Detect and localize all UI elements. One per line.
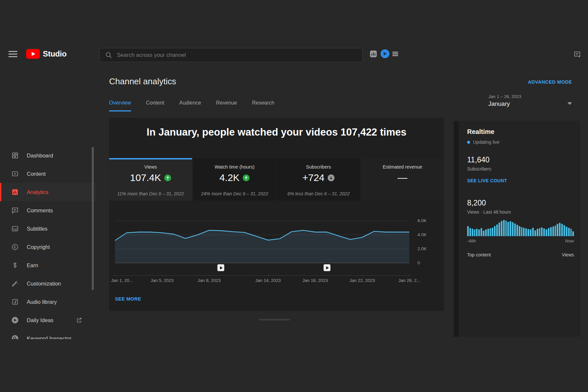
realtime-bar [478,229,480,236]
tab-overview[interactable]: Overview [109,100,131,111]
realtime-panel: Realtime Updating live 11,640 Subscriber… [459,121,580,337]
video-marker-icon[interactable] [323,264,330,271]
sidebar-item-comments[interactable]: Comments [0,201,95,220]
realtime-bar [519,226,520,236]
sidebar-item-copyright[interactable]: Copyright [0,238,95,256]
realtime-axis-row: -48h Now [467,238,574,243]
content-icon [11,170,19,178]
sidebar-item-analytics[interactable]: Analytics [0,183,95,201]
metric-note: 11% more than Dec 6 – 31, 2022 [109,191,192,196]
metric-value-row: — [361,172,444,183]
metric-label: Subscribers [277,164,360,170]
trend-down-icon [328,174,335,181]
realtime-bar [514,223,516,236]
tab-content[interactable]: Content [146,100,164,111]
search-input[interactable] [117,52,357,58]
sidebar-item-label: Keyword Inspector [27,335,72,339]
video-marker-icon[interactable] [218,264,224,271]
realtime-bar [552,226,554,236]
feedback-icon[interactable] [573,50,581,59]
x-tick [162,274,162,276]
sidebar-item-label: Comments [27,207,53,214]
sidebar-item-content[interactable]: Content [0,165,95,183]
vidiq-icon[interactable] [380,49,390,58]
keyword-inspector-icon [11,335,19,339]
date-range: Jan 1 – 26, 2023 [488,94,521,99]
realtime-panel-shadow [454,121,459,337]
youtube-studio-logo[interactable]: Studio [26,49,67,59]
sidebar-item-dashboard[interactable]: Dashboard [0,146,95,165]
metric-card-watch-time-hours-[interactable]: Watch time (hours)4.2K24% more than Dec … [193,158,276,201]
realtime-bar [494,226,496,236]
metric-card-subscribers[interactable]: Subscribers+7246% less than Dec 6 – 31, … [277,158,360,201]
sidebar-item-customization[interactable]: Customization [0,274,95,293]
realtime-bar [510,221,511,236]
realtime-bar [559,223,561,236]
metric-value-row: +724 [277,172,360,183]
subtitles-icon [11,225,19,233]
realtime-bar [487,229,489,236]
x-tick-label: Jan 1, 20... [111,278,133,283]
sidebar-item-label: Subtitles [27,226,47,232]
metric-value: 4.2K [220,172,240,183]
realtime-subscribers-value: 11,640 [467,155,490,164]
x-tick-label: Jan 9, 2023 [198,278,221,283]
x-axis-labels: Jan 1, 20...Jan 5, 2023Jan 9, 2023Jan 14… [115,278,409,285]
customization-icon [11,280,19,287]
metric-card-estimated-revenue[interactable]: Estimated revenue— [361,158,444,201]
sidebar-item-keyword-inspector[interactable]: Keyword Inspector [0,329,95,339]
sidebar-item-subtitles[interactable]: Subtitles [0,220,95,238]
realtime-bar [528,229,529,236]
sidebar-item-label: Audio library [27,299,57,305]
metric-card-views[interactable]: Views107.4K11% more than Dec 6 – 31, 202… [109,158,192,201]
metric-value: +724 [302,172,325,183]
views-trend-chart[interactable] [115,214,409,263]
summary-headline: In January, people watched your videos 1… [109,126,444,138]
x-axis-line [113,275,411,276]
tab-revenue[interactable]: Revenue [216,100,237,111]
realtime-bar [555,225,556,236]
sidebar-item-audio-library[interactable]: Audio library [0,293,95,311]
realtime-bar [483,231,484,236]
y-axis-labels: 6.0K4.0K2.0K0 [417,214,437,267]
chevron-down-icon[interactable] [567,102,572,105]
realtime-views-label: Views · Last 48 hours [467,209,511,215]
realtime-bar [472,229,473,236]
realtime-bar [507,222,509,236]
axis-right-label: Now [565,238,574,243]
card-resize-handle[interactable] [259,319,290,320]
date-picker[interactable]: January [488,100,510,107]
realtime-footer-row: Top content Views [467,252,574,257]
metric-note: 6% less than Dec 6 – 31, 2022 [277,191,360,196]
list-icon[interactable] [391,50,400,58]
search-bar[interactable] [99,48,363,62]
sidebar-scrollbar[interactable] [92,147,94,290]
realtime-bar [523,228,525,236]
sidebar-item-daily-ideas[interactable]: Daily Ideas [0,311,95,329]
main-menu-icon[interactable] [8,51,17,57]
realtime-bar [505,220,507,236]
sidebar-item-earn[interactable]: Earn [0,256,95,274]
metric-label: Views [109,164,192,170]
realtime-bars-chart[interactable] [467,220,574,236]
realtime-bar [467,226,469,236]
realtime-bar [496,224,498,236]
realtime-bar [534,230,536,236]
see-more-link[interactable]: SEE MORE [115,296,141,302]
x-tick [115,274,115,276]
x-tick [362,274,363,276]
realtime-bar [550,227,552,236]
daily-ideas-icon [11,316,19,324]
sidebar-item-label: Earn [27,262,38,269]
x-tick [315,274,316,276]
stats-extension-icon[interactable] [369,50,378,58]
tab-audience[interactable]: Audience [179,100,201,111]
axis-left-label: -48h [467,238,476,243]
realtime-bar [570,229,572,236]
realtime-views-value: 8,200 [467,199,486,207]
x-tick [209,274,209,276]
realtime-bar [512,222,514,236]
tab-research[interactable]: Research [252,100,274,111]
advanced-mode-button[interactable]: ADVANCED MODE [528,79,572,85]
see-live-count-link[interactable]: SEE LIVE COUNT [467,178,507,183]
